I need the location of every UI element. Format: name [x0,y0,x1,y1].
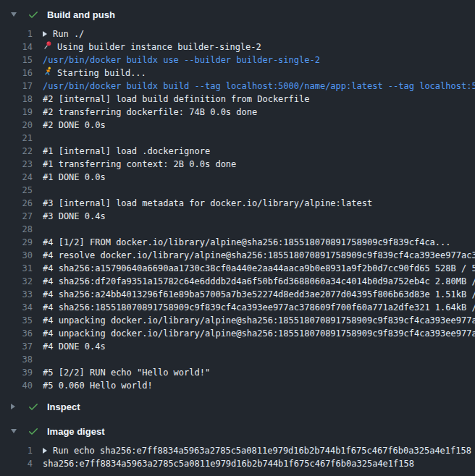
log-text: #5 [2/2] RUN echo "Hello world!" [43,366,475,379]
log-text-content: #4 unpacking docker.io/library/alpine@sh… [43,314,475,327]
log-line: 18#2 [internal] load build definition fr… [0,93,475,106]
log-text-content: /usr/bin/docker buildx use --builder bui… [43,54,320,67]
log-text-content: #4 [1/2] FROM docker.io/library/alpine@s… [43,236,451,249]
step-header-image-digest[interactable]: Image digest [0,422,475,440]
line-number[interactable]: 32 [0,275,33,288]
line-number[interactable]: 18 [0,93,33,106]
log-text-content: #4 resolve docker.io/library/alpine@sha2… [43,249,475,262]
line-number[interactable]: 29 [0,236,33,249]
log-text: #2 [internal] load build definition from… [43,93,475,106]
log-text: #4 [1/2] FROM docker.io/library/alpine@s… [43,236,475,249]
log-line: 35#4 unpacking docker.io/library/alpine@… [0,314,475,327]
chevron-down-icon [11,12,17,17]
log-text-content: /usr/bin/docker buildx build --tag local… [43,80,475,93]
log-line: 33#4 sha256:a24bb4013296f61e89ba57005a7b… [0,288,475,301]
log-group-toggle[interactable]: Run ./ [43,27,475,41]
log-line: 24#1 DONE 0.0s [0,171,475,184]
line-number[interactable]: 17 [0,80,33,93]
log-text-content: #1 DONE 0.0s [43,171,106,184]
log-text: #4 sha256:df20fa9351a15782c64e6dddb2d4a6… [43,275,475,288]
log-text [43,132,475,145]
line-number[interactable]: 36 [0,327,33,340]
line-number[interactable]: 33 [0,288,33,301]
log-text-content: #5 [2/2] RUN echo "Hello world!" [43,366,210,379]
log-text-content: #4 sha256:a24bb4013296f61e89ba57005a7b3e… [43,288,475,301]
line-number[interactable]: 38 [0,353,33,366]
line-number[interactable]: 39 [0,366,33,379]
log-text [43,184,475,197]
line-number[interactable]: 4 [0,457,33,470]
log-text: #3 DONE 0.4s [43,210,475,223]
line-number[interactable]: 25 [0,184,33,197]
log-text-content: Run ./ [53,27,84,41]
step-log-image-digest: 1Run echo sha256:e7ff8834a5963a2785c5a08… [0,444,475,470]
log-text-content: #2 [internal] load build definition from… [43,93,309,106]
step-header-inspect[interactable]: Inspect [0,398,475,415]
log-line: 31#4 sha256:a15790640a6690aa1730c38cf0a4… [0,262,475,275]
log-text: #1 [internal] load .dockerignore [43,145,475,158]
log-text: /usr/bin/docker buildx use --builder bui… [43,54,475,67]
log-text: #4 sha256:a24bb4013296f61e89ba57005a7b3e… [43,288,475,301]
line-number[interactable]: 22 [0,145,33,158]
line-number[interactable]: 37 [0,340,33,353]
check-icon [28,9,39,20]
line-number[interactable]: 30 [0,249,33,262]
log-line: 16Starting build... [0,67,475,80]
expand-group-icon[interactable] [43,448,47,454]
log-text-content: #5 0.060 Hello world! [43,379,153,392]
pushpin-emoji [43,41,57,54]
expand-group-icon[interactable] [43,31,47,37]
log-line: 25 [0,184,475,197]
line-number[interactable]: 31 [0,262,33,275]
step-log-build-and-push: 1Run ./14Using builder instance builder-… [0,27,475,392]
log-text-content: sha256:e7ff8834a5963a2785c5a0811e979d16b… [43,457,414,470]
line-number[interactable]: 27 [0,210,33,223]
log-text-content: #2 transferring dockerfile: 74B 0.0s don… [43,106,257,119]
line-number[interactable]: 15 [0,54,33,67]
log-text-content: #1 transferring context: 2B 0.0s done [43,158,236,171]
log-text-content: #4 DONE 0.4s [43,340,106,353]
log-line: 39#5 [2/2] RUN echo "Hello world!" [0,366,475,379]
line-number[interactable]: 34 [0,301,33,314]
line-number[interactable]: 24 [0,171,33,184]
log-line: 37#4 DONE 0.4s [0,340,475,353]
line-number[interactable]: 23 [0,158,33,171]
log-line: 19#2 transferring dockerfile: 74B 0.0s d… [0,106,475,119]
log-text-content: Starting build... [57,67,146,80]
step-header-build-and-push[interactable]: Build and push [0,6,475,23]
log-line: 32#4 sha256:df20fa9351a15782c64e6dddb2d4… [0,275,475,288]
log-line: 14Using builder instance builder-single-… [0,41,475,54]
log-line: 4sha256:e7ff8834a5963a2785c5a0811e979d16… [0,457,475,470]
line-number[interactable]: 16 [0,67,33,80]
check-icon [28,401,39,412]
line-number[interactable]: 19 [0,106,33,119]
log-text: #2 transferring dockerfile: 74B 0.0s don… [43,106,475,119]
log-text: #2 DONE 0.0s [43,119,475,132]
log-text: #4 resolve docker.io/library/alpine@sha2… [43,249,475,262]
log-line: 23#1 transferring context: 2B 0.0s done [0,158,475,171]
log-text [43,353,475,366]
log-viewer: Build and push1Run ./14Using builder ins… [0,0,475,476]
line-number[interactable]: 26 [0,197,33,210]
log-text: #4 DONE 0.4s [43,340,475,353]
chevron-right-icon [11,404,15,409]
log-text-content: #3 DONE 0.4s [43,210,106,223]
log-text-content: Run echo sha256:e7ff8834a5963a2785c5a081… [53,444,471,457]
log-text-content: Using builder instance builder-single-2 [57,41,261,54]
line-number[interactable]: 40 [0,379,33,392]
log-text: #5 0.060 Hello world! [43,379,475,392]
chevron-down-icon [11,429,17,433]
line-number[interactable]: 28 [0,223,33,236]
line-number[interactable]: 35 [0,314,33,327]
log-text: #4 unpacking docker.io/library/alpine@sh… [43,314,475,327]
line-number[interactable]: 1 [0,27,33,41]
line-number[interactable]: 21 [0,132,33,145]
line-number[interactable]: 14 [0,41,33,54]
log-text: #4 unpacking docker.io/library/alpine@sh… [43,327,475,340]
log-group-toggle[interactable]: Run echo sha256:e7ff8834a5963a2785c5a081… [43,444,475,457]
log-line: 27#3 DONE 0.4s [0,210,475,223]
log-line: 38 [0,353,475,366]
line-number[interactable]: 20 [0,119,33,132]
log-text: #1 DONE 0.0s [43,171,475,184]
line-number[interactable]: 1 [0,444,33,457]
